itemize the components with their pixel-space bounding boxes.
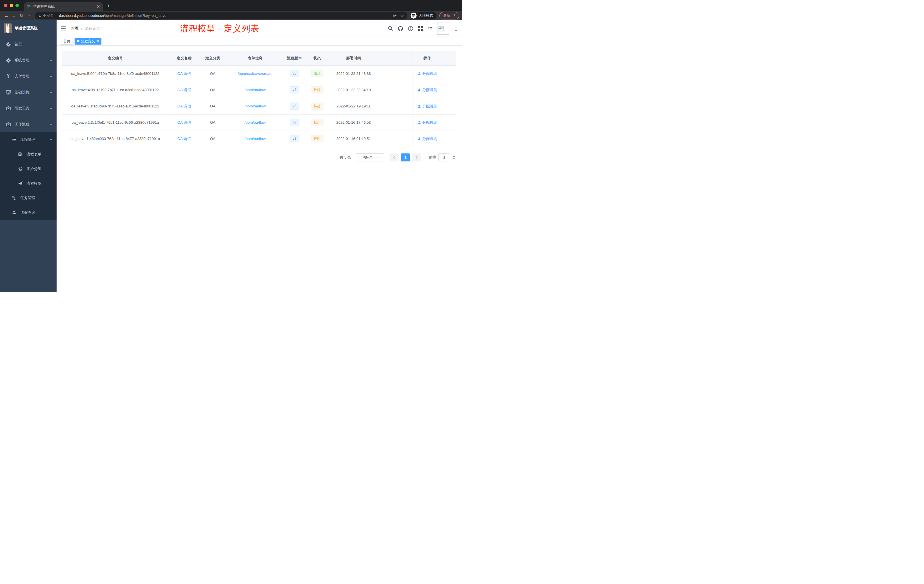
- zoom-window-button[interactable]: [15, 4, 19, 7]
- briefcase-icon: [6, 122, 11, 127]
- main-area: 首页 / 流程定义 流程模型 - 定义列表 ?: [56, 20, 462, 292]
- robot-icon: [18, 167, 23, 171]
- update-button[interactable]: 更新 ⋮: [439, 12, 459, 20]
- deploy-time: 2022-01-22 19:19:11: [337, 104, 371, 108]
- assign-rule-button[interactable]: 分配规则: [417, 136, 437, 142]
- browser-toolbar: ← → ↻ ⌂ ▲ 不安全 dashboard.yudao.iocoder.cn…: [0, 11, 462, 20]
- back-icon[interactable]: ←: [3, 13, 10, 18]
- tag-home[interactable]: 首页: [61, 38, 73, 45]
- form-link[interactable]: /bpm/oa/flow: [244, 88, 266, 92]
- col-actions: 操作: [412, 51, 456, 66]
- form-link[interactable]: /bpm/oa/leave/create: [238, 71, 272, 76]
- assign-rule-button[interactable]: 分配规则: [417, 87, 437, 92]
- incognito-icon: [411, 13, 417, 18]
- assign-rule-button[interactable]: 分配规则: [417, 71, 437, 76]
- sidebar-item-task-management[interactable]: 任务管理: [0, 191, 56, 205]
- form-icon: [18, 152, 23, 157]
- key-icon[interactable]: [393, 13, 397, 18]
- pagination-total: 共 5 条: [340, 155, 351, 160]
- definition-name-link[interactable]: OA 请假: [177, 88, 191, 92]
- status-badge: 挂起: [311, 119, 323, 126]
- sidebar-item-process-form[interactable]: 流程表单: [0, 147, 56, 162]
- minimize-window-button[interactable]: [10, 4, 13, 7]
- tab-title: 芋道管理系统: [33, 4, 97, 9]
- sidebar-item-home[interactable]: 首页: [0, 36, 56, 52]
- reload-icon[interactable]: ↻: [18, 13, 25, 18]
- caret-down-icon[interactable]: ▼: [455, 29, 457, 32]
- goto-label: 前往: [429, 155, 436, 160]
- home-icon[interactable]: ⌂: [25, 13, 33, 18]
- table-row: oa_leave:4:991f2193-7b7f-11ec-a3c8-acde4…: [62, 82, 456, 98]
- status-badge: 挂起: [311, 135, 323, 142]
- menu-dots-icon[interactable]: ⋮: [452, 13, 456, 18]
- version-badge: v2: [290, 119, 299, 126]
- definition-name-link[interactable]: OA 请假: [177, 120, 191, 125]
- definition-category: OA: [210, 120, 215, 125]
- user-icon: [12, 210, 16, 214]
- tag-process-definition[interactable]: 流程定义 ×: [74, 38, 101, 45]
- yen-icon: ¥: [6, 74, 11, 79]
- sidebar-item-system[interactable]: 系统管理: [0, 52, 56, 68]
- definition-name-link[interactable]: OA 请假: [177, 71, 191, 76]
- breadcrumb: 首页 / 流程定义: [71, 26, 100, 31]
- avatar-image[interactable]: [437, 23, 449, 35]
- page-content: 定义编号 定义名称 定义分类 表单信息 流程版本 状态 部署时间 操作: [56, 46, 462, 292]
- assign-rule-button[interactable]: 分配规则: [417, 120, 437, 125]
- col-definition-id: 定义编号: [62, 51, 168, 66]
- assign-rule-button[interactable]: 分配规则: [417, 104, 437, 109]
- fullscreen-icon[interactable]: [418, 26, 423, 31]
- definition-id: oa_leave:1:482ec033-762a-11ec-8477-a2380…: [70, 137, 160, 141]
- font-size-icon[interactable]: TT: [428, 26, 432, 31]
- sidebar-logo[interactable]: 芋道管理系统: [0, 20, 56, 36]
- sidebar-item-process-management[interactable]: 流程管理: [0, 132, 56, 147]
- definition-name-link[interactable]: OA 请假: [177, 104, 191, 108]
- chevron-down-icon: [50, 76, 53, 78]
- app-title: 芋道管理系统: [15, 26, 38, 31]
- deploy-time: 2022-01-22 20:34:10: [336, 88, 371, 92]
- form-link[interactable]: /bpm/oa/flow: [244, 104, 266, 108]
- star-icon[interactable]: ☆: [400, 13, 404, 18]
- table-row: oa_leave:5:004b710b-7b8a-11ec-8ef0-acde4…: [62, 66, 456, 82]
- hamburger-icon[interactable]: [61, 26, 66, 31]
- definition-category: OA: [210, 71, 215, 76]
- breadcrumb-separator: /: [81, 26, 82, 31]
- new-tab-button[interactable]: +: [107, 3, 110, 9]
- tag-close-icon[interactable]: ×: [97, 39, 99, 43]
- browser-tab-strip: 芋道管理系统 ✕ +: [0, 0, 462, 11]
- toolbox-icon: [6, 106, 11, 111]
- address-bar[interactable]: ▲ 不安全 dashboard.yudao.iocoder.cn /bpm/ma…: [35, 12, 408, 20]
- help-icon[interactable]: ?: [408, 26, 413, 31]
- sidebar-item-devtools[interactable]: 研发工具: [0, 100, 56, 116]
- form-link[interactable]: /bpm/oa/flow: [244, 137, 266, 141]
- form-link[interactable]: /bpm/oa/flow: [244, 120, 266, 125]
- definition-id: oa_leave:5:004b710b-7b8a-11ec-8ef0-acde4…: [71, 71, 159, 76]
- prev-page-button[interactable]: [390, 153, 399, 162]
- pagination: 共 5 条 10条/页 1 前往 页: [62, 153, 456, 162]
- github-icon[interactable]: [398, 26, 403, 31]
- col-definition-name: 定义名称: [168, 51, 200, 66]
- col-spacer: [377, 51, 412, 66]
- sidebar-item-payment[interactable]: ¥ 支付管理: [0, 68, 56, 84]
- page-number-1[interactable]: 1: [401, 153, 410, 162]
- sidebar-item-process-model[interactable]: 流程模型: [0, 176, 56, 191]
- next-page-button[interactable]: [412, 153, 421, 162]
- tab-close-icon[interactable]: ✕: [97, 4, 100, 9]
- url-host: dashboard.yudao.iocoder.cn: [59, 14, 104, 18]
- goto-page-input[interactable]: [438, 153, 450, 162]
- forward-icon[interactable]: →: [10, 13, 18, 18]
- sidebar-item-workflow[interactable]: 工作流程: [0, 116, 56, 132]
- tags-view: 首页 流程定义 ×: [56, 37, 462, 46]
- close-window-button[interactable]: [4, 4, 7, 7]
- sidebar-item-user-group[interactable]: 用户分组: [0, 162, 56, 176]
- breadcrumb-home[interactable]: 首页: [71, 26, 79, 31]
- incognito-badge: 无痕模式: [410, 12, 437, 20]
- send-icon: [18, 181, 23, 185]
- definition-name-link[interactable]: OA 请假: [177, 137, 191, 141]
- browser-tab[interactable]: 芋道管理系统 ✕: [24, 2, 103, 11]
- search-icon[interactable]: [388, 26, 393, 31]
- sidebar-item-infrastructure[interactable]: 基础设施: [0, 84, 56, 100]
- sidebar-item-leave-query[interactable]: 请假查询: [0, 205, 56, 220]
- monitor-icon: [6, 90, 11, 94]
- version-badge: v4: [290, 86, 299, 93]
- page-size-select[interactable]: 10条/页: [356, 153, 384, 162]
